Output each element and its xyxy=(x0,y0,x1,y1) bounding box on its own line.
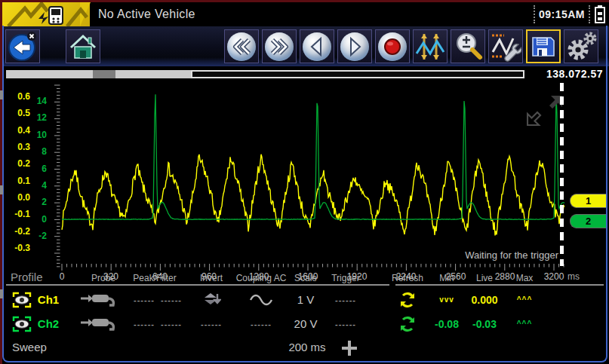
invert-arrows-icon xyxy=(201,290,221,310)
profile-title: Profile xyxy=(11,271,43,283)
ch2-scale-value[interactable]: 20 V xyxy=(287,312,324,335)
home-icon xyxy=(68,32,98,62)
scope-toolbar xyxy=(2,26,609,66)
top-status-bar: No Active Vehicle 09:15AM xyxy=(0,2,609,26)
ch2-row: Ch2 ------ ------ ------ ------ 20 V ---… xyxy=(0,312,609,335)
gears-icon xyxy=(565,31,597,63)
ch1-trigger-value[interactable]: ------ xyxy=(327,288,364,311)
probe-icon xyxy=(79,290,121,310)
ch1-coupling-button[interactable] xyxy=(248,288,275,311)
waveform-wrench-icon xyxy=(490,31,521,63)
ch2-invert-value[interactable]: ------ xyxy=(198,312,225,335)
battery-icon xyxy=(594,5,606,24)
ch1-probe-button[interactable] xyxy=(77,288,124,311)
ch1-peak-value[interactable]: ------ xyxy=(133,288,155,311)
step-forward-button[interactable] xyxy=(337,29,372,63)
ch2-probe-button[interactable] xyxy=(77,312,124,335)
skip-back-button[interactable] xyxy=(224,29,259,63)
scope-multimeter-icon xyxy=(2,2,90,26)
record-icon xyxy=(380,34,405,60)
plus-icon[interactable] xyxy=(341,340,358,356)
bezel-notch xyxy=(0,90,3,99)
ch1-filter-value[interactable]: ------ xyxy=(160,288,183,311)
bezel-notch xyxy=(0,185,3,194)
scope-multimeter-app-tab[interactable] xyxy=(2,2,90,26)
waveform-plot xyxy=(0,81,609,271)
preview-view-window[interactable] xyxy=(191,70,524,78)
back-arrow-icon xyxy=(7,31,38,63)
triangle-left-icon xyxy=(304,34,330,60)
ch1-invert-button[interactable] xyxy=(198,288,225,311)
sine-icon xyxy=(248,292,274,307)
skip-forward-button[interactable] xyxy=(262,29,297,63)
ch2-marker-label: 2 xyxy=(586,216,591,227)
cursors-button[interactable] xyxy=(413,29,448,63)
header-divider-right xyxy=(395,284,604,286)
magnifier-plus-minus-icon xyxy=(452,31,484,63)
bezel-notch xyxy=(0,289,3,298)
clock: 09:15AM xyxy=(539,8,585,20)
ch2-refresh-button[interactable] xyxy=(395,312,420,335)
ch2-label[interactable]: Ch2 xyxy=(35,312,62,335)
header-divider-left xyxy=(6,284,389,286)
x-axis-unit: ms xyxy=(567,271,580,282)
ch1-marker[interactable]: 1 xyxy=(570,194,606,208)
ch2-waveform xyxy=(62,94,564,219)
bezel-top-edge xyxy=(0,0,609,2)
double-chevron-left-icon xyxy=(229,34,254,60)
ch1-max-value: ^^^ xyxy=(504,288,545,311)
refresh-icon xyxy=(398,314,417,334)
ch2-marker[interactable]: 2 xyxy=(570,214,606,228)
trigger-cursor-line[interactable] xyxy=(560,83,564,266)
floppy-disk-icon xyxy=(528,32,558,62)
ch2-eye-toggle[interactable] xyxy=(11,312,33,335)
ch1-label[interactable]: Ch1 xyxy=(35,288,62,311)
cursors-waveform-icon xyxy=(414,31,446,63)
ch1-eye-toggle[interactable] xyxy=(11,288,33,311)
settings-button[interactable] xyxy=(564,29,598,63)
ch2-trigger-value[interactable]: ------ xyxy=(327,312,364,335)
refresh-icon xyxy=(398,290,417,310)
save-button[interactable] xyxy=(526,29,561,63)
preview-position-handle[interactable] xyxy=(93,70,115,78)
clock-separator xyxy=(589,5,590,23)
sweep-value[interactable]: 200 ms xyxy=(281,341,334,353)
eye-icon xyxy=(11,315,32,333)
ch2-live-value: -0.03 xyxy=(464,312,505,335)
ch1-row: Ch1 ------ ------ 1 V ------ xyxy=(0,288,609,311)
ch1-live-value: 0.000 xyxy=(464,288,505,311)
vehicle-title: No Active Vehicle xyxy=(98,8,195,21)
ch1-min-value: vvv xyxy=(426,288,467,311)
ch1-waveform xyxy=(62,154,564,236)
home-button[interactable] xyxy=(66,29,100,63)
trigger-status-text: Waiting for the trigger xyxy=(406,249,558,261)
ch2-min-value: -0.08 xyxy=(426,312,467,335)
double-chevron-right-icon xyxy=(266,34,292,60)
record-button[interactable] xyxy=(375,29,410,63)
bezel-left-edge xyxy=(0,0,2,364)
clock-separator xyxy=(534,5,535,23)
scope-multimeter-window: No Active Vehicle 09:15AM xyxy=(0,0,609,364)
ch2-peak-value[interactable]: ------ xyxy=(133,312,155,335)
ch1-marker-label: 1 xyxy=(586,195,591,206)
back-button[interactable] xyxy=(5,29,40,63)
ch2-filter-value[interactable]: ------ xyxy=(160,312,183,335)
ch2-max-value: ^^^ xyxy=(504,312,545,335)
scope-setup-button[interactable] xyxy=(488,29,523,63)
sweep-label: Sweep xyxy=(12,341,47,353)
ch2-coupling-value[interactable]: ------ xyxy=(248,312,275,335)
position-counter: 138.072.57 xyxy=(546,68,603,80)
ch1-refresh-button[interactable] xyxy=(395,288,420,311)
capture-preview-scrollbar[interactable] xyxy=(6,70,524,78)
zoom-button[interactable] xyxy=(451,29,485,63)
step-back-button[interactable] xyxy=(300,29,334,63)
ch1-scale-value[interactable]: 1 V xyxy=(287,288,324,311)
probe-icon xyxy=(79,314,121,334)
triangle-right-icon xyxy=(342,34,368,60)
eye-icon xyxy=(11,291,32,309)
col-header-max: Max xyxy=(488,273,561,283)
